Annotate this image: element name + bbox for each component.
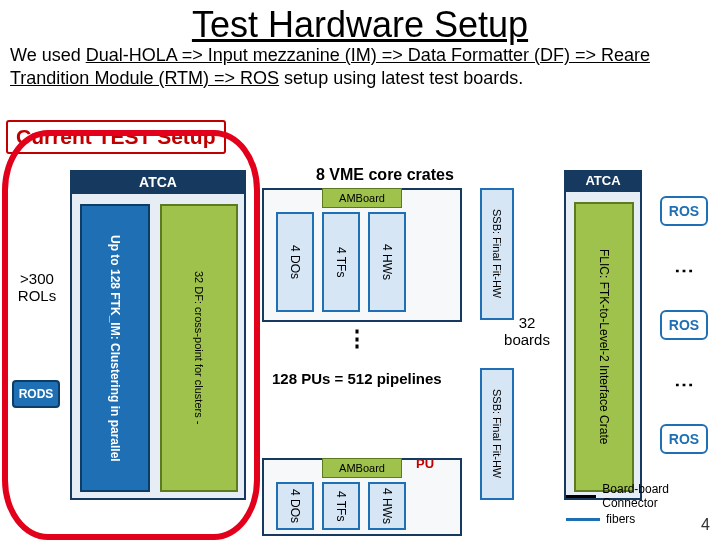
ros-box-3: ROS [660,424,708,454]
df-text: 32 DF: cross-point for clusters - [193,271,205,424]
ros-box-2: ROS [660,310,708,340]
arrow-icon [566,518,600,521]
atca1-label: ATCA [72,170,244,194]
vme-crates-label: 8 VME core crates [316,166,454,184]
hw-slot-3: 4 HWs [368,482,406,530]
atca-input-crate: ATCA Up to 128 FTK_IM: Clustering in par… [70,170,246,500]
tf-slot-3: 4 TFs [322,482,360,530]
ssb-1: SSB: Final Fit-HW [480,188,514,320]
page-number: 4 [701,516,710,534]
flic-box: FLIC: FTK-to-Level-2 Interface Crate [574,202,634,492]
description: We used Dual-HOLA => Input mezzanine (IM… [0,44,720,89]
amboard-3: AMBoard [322,458,402,478]
rods-box: RODS [12,380,60,408]
desc-post: setup using latest test boards. [279,68,523,88]
ssb-2: SSB: Final Fit-HW [480,368,514,500]
rols-text: >300 ROLs [12,270,62,304]
do-slot-3: 4 DOs [276,482,314,530]
current-setup-label: Current TEST Setup [6,120,226,154]
legend-fiber: fibers [566,512,714,526]
df-box: 32 DF: cross-point for clusters - [160,204,238,492]
do-slot-1: 4 DOs [276,212,314,312]
atca2-label: ATCA [566,170,640,192]
im-text: Up to 128 FTK_IM: Clustering in parallel [108,235,122,462]
im-box: Up to 128 FTK_IM: Clustering in parallel [80,204,150,492]
pipeline-text: 128 PUs = 512 pipelines [272,370,452,387]
ros-dots-2: ⋯ [674,372,694,396]
vme-crate-1: AMBoard 4 DOs 4 TFs 4 HWs [262,188,462,322]
tf-slot-1: 4 TFs [322,212,360,312]
desc-pre: We used [10,45,86,65]
legend-board: Board-board Connector [566,482,714,510]
ros-box-1: ROS [660,196,708,226]
hw-slot-1: 4 HWs [368,212,406,312]
32-boards-text: 32 boards [502,314,552,348]
ros-dots-1: ⋯ [674,258,694,282]
pu-label: PU [416,456,434,471]
hardware-diagram: >300 ROLs RODS ATCA Up to 128 FTK_IM: Cl… [6,160,714,538]
atca-output-crate: ATCA FLIC: FTK-to-Level-2 Interface Crat… [564,170,642,500]
slide-title: Test Hardware Setup [0,4,720,46]
vdots: ⋮ [346,326,366,352]
amboard-1: AMBoard [322,188,402,208]
arrow-icon [566,495,596,498]
legend: Board-board Connector fibers [566,480,714,528]
